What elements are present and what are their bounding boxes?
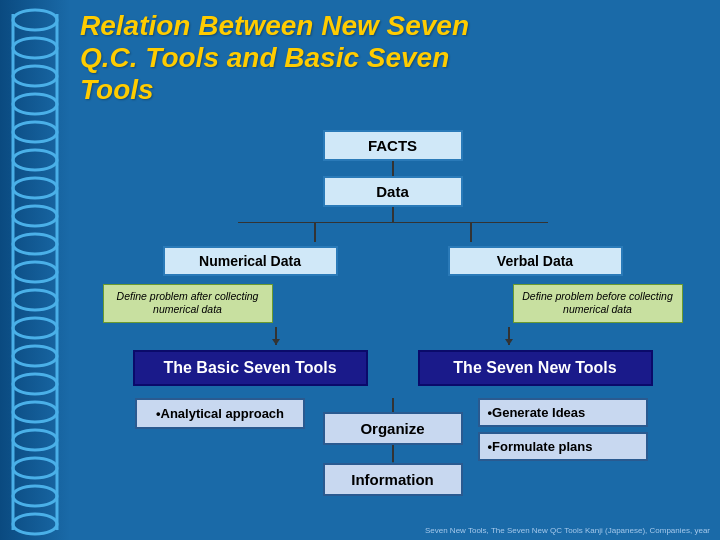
svg-point-4	[13, 122, 57, 142]
connector-to-tools	[238, 327, 548, 345]
split-svg	[238, 222, 548, 242]
define-row: Define problem after collecting numerica…	[103, 284, 683, 323]
svg-point-1	[13, 38, 57, 58]
svg-marker-25	[272, 339, 280, 345]
page-title: Relation Between New Seven Q.C. Tools an…	[80, 10, 705, 107]
coil-svg	[5, 0, 65, 540]
svg-point-16	[13, 458, 57, 478]
svg-marker-27	[505, 339, 513, 345]
facts-box: FACTS	[323, 130, 463, 161]
svg-point-14	[13, 402, 57, 422]
svg-point-13	[13, 374, 57, 394]
num-verbal-row: Numerical Data Verbal Data	[163, 246, 623, 276]
formulate-box: •Formulate plans	[478, 432, 648, 461]
svg-point-5	[13, 150, 57, 170]
organize-col: Organize Information	[313, 398, 473, 496]
left-decoration	[0, 0, 70, 540]
tools-row: The Basic Seven Tools The Seven New Tool…	[133, 350, 653, 386]
footer-text: Seven New Tools, The Seven New QC Tools …	[425, 526, 710, 535]
connector-data-split	[392, 207, 394, 222]
gen-formulate-col: •Generate Ideas •Formulate plans	[478, 398, 653, 461]
svg-point-11	[13, 318, 57, 338]
diagram: FACTS Data Numerical Data Verbal Data D	[80, 125, 705, 496]
analytical-box: •Analytical approach	[135, 398, 305, 429]
bottom-row: •Analytical approach Organize Informatio…	[133, 398, 653, 496]
define-left-box: Define problem after collecting numerica…	[103, 284, 273, 323]
numerical-data-box: Numerical Data	[163, 246, 338, 276]
svg-point-2	[13, 66, 57, 86]
organize-box: Organize	[323, 412, 463, 445]
svg-point-0	[13, 10, 57, 30]
verbal-data-box: Verbal Data	[448, 246, 623, 276]
define-right-box: Define problem before collecting numeric…	[513, 284, 683, 323]
data-box: Data	[323, 176, 463, 207]
svg-point-12	[13, 346, 57, 366]
generate-box: •Generate Ideas	[478, 398, 648, 427]
seven-new-box: The Seven New Tools	[418, 350, 653, 386]
basic-seven-box: The Basic Seven Tools	[133, 350, 368, 386]
svg-point-3	[13, 94, 57, 114]
information-box: Information	[323, 463, 463, 496]
connector-facts-data	[392, 161, 394, 176]
analytical-col: •Analytical approach	[133, 398, 308, 429]
svg-point-9	[13, 262, 57, 282]
svg-point-7	[13, 206, 57, 226]
main-content: Relation Between New Seven Q.C. Tools an…	[70, 0, 720, 540]
svg-point-18	[13, 514, 57, 534]
svg-point-15	[13, 430, 57, 450]
svg-marker-30	[392, 456, 394, 463]
svg-point-6	[13, 178, 57, 198]
svg-point-10	[13, 290, 57, 310]
svg-point-17	[13, 486, 57, 506]
svg-point-8	[13, 234, 57, 254]
